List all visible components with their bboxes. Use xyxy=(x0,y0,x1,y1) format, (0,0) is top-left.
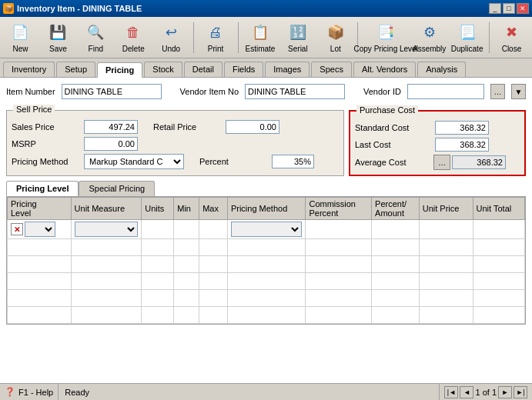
status-bar: ❓ F1 - Help Ready |◄ ◄ 1 of 1 ► ►| xyxy=(0,383,532,400)
row1-unit-price xyxy=(419,220,473,239)
col-header-min: Min xyxy=(174,198,199,220)
col-header-percent-amount: Percent/Amount xyxy=(372,198,420,220)
col-header-unit-measure: Unit Measure xyxy=(71,198,142,220)
help-label: F1 - Help xyxy=(18,388,53,397)
print-label: Print xyxy=(208,45,224,53)
assembly-button[interactable]: ⚙ Assembly xyxy=(412,20,447,55)
tab-alt-vendors[interactable]: Alt. Vendors xyxy=(353,62,416,77)
row1-percent-amount xyxy=(372,220,420,239)
item-number-label: Item Number xyxy=(6,87,55,96)
minimize-button[interactable]: _ xyxy=(489,3,501,14)
tab-fields[interactable]: Fields xyxy=(224,62,263,77)
lot-label: Lot xyxy=(330,45,341,53)
tab-detail[interactable]: Detail xyxy=(184,62,223,77)
row1-pricing-level-select[interactable] xyxy=(25,222,55,237)
purchase-cost-panel: Purchase Cost Standard Cost Last Cost Av… xyxy=(349,110,526,176)
tab-inventory[interactable]: Inventory xyxy=(3,62,55,77)
row1-unit-measure-select[interactable] xyxy=(75,222,139,237)
last-cost-input[interactable] xyxy=(435,138,489,152)
tab-setup[interactable]: Setup xyxy=(56,62,95,77)
close-icon: ✖ xyxy=(500,22,522,43)
next-page-button[interactable]: ► xyxy=(498,386,512,398)
last-page-button[interactable]: ►| xyxy=(514,386,527,398)
col-header-max: Max xyxy=(199,198,228,220)
save-label: Save xyxy=(49,45,67,53)
pricing-method-select[interactable]: Markup Standard C Markup Last Cost Marku… xyxy=(84,154,184,169)
estimate-icon: 📋 xyxy=(249,22,271,43)
last-cost-label: Last Cost xyxy=(355,140,432,149)
item-number-input[interactable] xyxy=(62,84,162,99)
retail-price-input[interactable] xyxy=(226,120,279,134)
tab-specs[interactable]: Specs xyxy=(311,62,352,77)
first-page-button[interactable]: |◄ xyxy=(444,386,458,398)
find-button[interactable]: 🔍 Find xyxy=(79,20,113,55)
toolbar: 📄 New 💾 Save 🔍 Find 🗑 Delete ↩ Undo 🖨 Pr… xyxy=(0,17,532,58)
col-header-unit-price: Unit Price xyxy=(419,198,473,220)
estimate-button[interactable]: 📋 Estimate xyxy=(243,20,277,55)
assembly-label: Assembly xyxy=(413,45,446,53)
separator-2 xyxy=(238,22,239,53)
duplicate-icon: 📃 xyxy=(457,22,478,43)
delete-label: Delete xyxy=(122,45,145,53)
vendor-id-dropdown-button[interactable]: ▼ xyxy=(511,84,526,99)
assembly-icon: ⚙ xyxy=(419,22,440,43)
row1-delete-button[interactable]: ✕ xyxy=(11,223,23,235)
row1-units xyxy=(142,220,174,239)
prev-page-button[interactable]: ◄ xyxy=(460,386,473,398)
vendor-item-no-input[interactable] xyxy=(245,84,345,99)
last-cost-row: Last Cost xyxy=(355,138,520,152)
col-header-pricing-level: PricingLevel xyxy=(8,198,72,220)
close-button[interactable]: ✖ Close xyxy=(494,20,529,55)
row1-unit-measure xyxy=(71,220,142,239)
find-icon: 🔍 xyxy=(85,22,106,43)
estimate-label: Estimate xyxy=(245,45,275,53)
sales-price-row: Sales Price Retail Price xyxy=(12,120,339,134)
serial-button[interactable]: 🔢 Serial xyxy=(280,20,315,55)
average-cost-browse-button[interactable]: … xyxy=(433,155,450,170)
window-controls: _ □ ✕ xyxy=(489,3,529,14)
title-bar: 📦 Inventory Item - DINING TABLE _ □ ✕ xyxy=(0,0,532,17)
percent-input[interactable] xyxy=(272,155,314,168)
special-pricing-tab[interactable]: Special Pricing xyxy=(79,181,155,196)
vendor-id-label: Vendor ID xyxy=(363,87,401,96)
sales-price-input[interactable] xyxy=(84,120,138,134)
tab-pricing[interactable]: Pricing xyxy=(97,62,142,78)
row1-max xyxy=(199,220,228,239)
msrp-label: MSRP xyxy=(12,139,81,148)
pricing-level-tab[interactable]: Pricing Level xyxy=(6,181,79,196)
duplicate-button[interactable]: 📃 Duplicate xyxy=(450,20,484,55)
table-row-empty-3 xyxy=(8,256,525,273)
tab-stock[interactable]: Stock xyxy=(144,62,182,77)
print-button[interactable]: 🖨 Print xyxy=(199,20,233,55)
undo-button[interactable]: ↩ Undo xyxy=(154,20,189,55)
delete-button[interactable]: 🗑 Delete xyxy=(116,20,151,55)
standard-cost-input[interactable] xyxy=(435,121,489,135)
vendor-id-browse-button[interactable]: … xyxy=(490,84,505,99)
new-button[interactable]: 📄 New xyxy=(3,20,38,55)
duplicate-label: Duplicate xyxy=(451,45,483,53)
close-window-button[interactable]: ✕ xyxy=(517,3,529,14)
tab-analysis[interactable]: Analysis xyxy=(417,62,466,77)
save-button[interactable]: 💾 Save xyxy=(41,20,75,55)
msrp-input[interactable] xyxy=(84,137,138,151)
row1-commission-percent xyxy=(306,220,372,239)
table-row-empty-4 xyxy=(8,273,525,290)
tab-images[interactable]: Images xyxy=(265,62,309,77)
serial-label: Serial xyxy=(288,45,308,53)
col-header-pricing-method: Pricing Method xyxy=(227,198,306,220)
vendor-id-input[interactable] xyxy=(407,84,484,99)
print-icon: 🖨 xyxy=(205,22,226,43)
pricing-table: PricingLevel Unit Measure Units Min Max … xyxy=(7,197,525,324)
msrp-row: MSRP xyxy=(12,137,339,151)
row1-pricing-method-select[interactable] xyxy=(231,222,303,237)
standard-cost-label: Standard Cost xyxy=(355,123,432,132)
retail-price-label: Retail Price xyxy=(153,122,223,132)
maximize-button[interactable]: □ xyxy=(503,3,515,14)
pricing-method-row: Pricing Method Markup Standard C Markup … xyxy=(12,154,339,169)
row1-delete: ✕ xyxy=(8,220,72,239)
lot-button[interactable]: 📦 Lot xyxy=(318,20,353,55)
copy-pricing-level-button[interactable]: 📑 Copy Pricing Level xyxy=(363,20,409,55)
separator-1 xyxy=(193,22,194,53)
help-icon: ❓ xyxy=(5,387,15,397)
new-label: New xyxy=(12,45,28,53)
